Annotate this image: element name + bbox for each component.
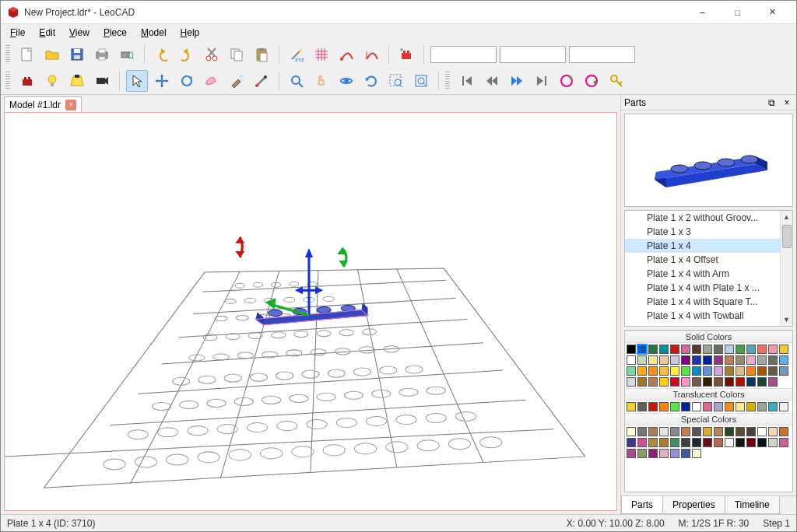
menu-help[interactable]: Help (174, 26, 206, 40)
color-swatch[interactable] (681, 402, 690, 411)
color-swatch[interactable] (746, 402, 756, 411)
color-swatch[interactable] (670, 377, 679, 387)
redo-button[interactable] (176, 44, 198, 65)
color-swatch[interactable] (746, 427, 756, 436)
color-swatch[interactable] (637, 402, 647, 411)
color-swatch[interactable] (703, 366, 712, 376)
color-swatch[interactable] (627, 345, 636, 354)
color-swatch[interactable] (746, 355, 756, 365)
color-swatch[interactable] (757, 345, 767, 354)
toolbar-input-y[interactable] (500, 46, 566, 63)
rotate-tool-button[interactable] (176, 70, 198, 92)
part-list-item[interactable]: Plate 1 x 4 (625, 239, 780, 253)
color-swatch[interactable] (659, 345, 669, 354)
color-swatch[interactable] (768, 438, 778, 447)
color-swatch[interactable] (659, 377, 669, 387)
move-tool-button[interactable] (151, 70, 173, 92)
remove-step-button[interactable] (581, 70, 602, 92)
color-swatch[interactable] (681, 345, 690, 354)
color-swatch[interactable] (670, 449, 679, 458)
toolbar-handle[interactable] (5, 45, 10, 64)
menu-edit[interactable]: Edit (33, 26, 61, 40)
color-swatch[interactable] (670, 402, 679, 411)
color-swatch[interactable] (637, 427, 647, 436)
color-swatch[interactable] (627, 427, 636, 436)
window-close-button[interactable]: ✕ (755, 1, 790, 23)
scroll-down-icon[interactable]: ▼ (781, 313, 792, 326)
color-swatch[interactable] (627, 366, 636, 376)
color-swatch[interactable] (779, 402, 788, 411)
color-swatch[interactable] (648, 377, 658, 387)
panel-float-icon[interactable]: ⧉ (765, 97, 778, 108)
color-swatch[interactable] (757, 377, 767, 387)
color-swatch[interactable] (692, 427, 701, 436)
3d-viewport[interactable] (4, 112, 617, 511)
color-swatch[interactable] (703, 355, 712, 365)
color-swatch[interactable] (725, 355, 734, 365)
menu-model[interactable]: Model (135, 26, 173, 40)
copy-button[interactable] (226, 44, 248, 65)
window-minimize-button[interactable]: ‒ (685, 1, 720, 23)
color-swatch[interactable] (703, 377, 712, 387)
color-swatch[interactable] (779, 366, 788, 376)
color-swatch[interactable] (746, 377, 756, 387)
color-swatch[interactable] (692, 438, 701, 447)
color-swatch[interactable] (648, 438, 658, 447)
color-swatch[interactable] (714, 377, 723, 387)
menu-view[interactable]: View (63, 26, 96, 40)
color-swatch[interactable] (757, 355, 767, 365)
color-swatch[interactable] (703, 402, 712, 411)
color-swatch[interactable] (725, 345, 734, 354)
part-list-item[interactable]: Plate 1 x 4 with Arm (625, 267, 780, 281)
color-swatch[interactable] (637, 355, 647, 365)
toolbar-handle[interactable] (5, 72, 10, 90)
color-swatch[interactable] (681, 377, 690, 387)
color-swatch[interactable] (725, 427, 734, 436)
color-swatch[interactable] (779, 427, 788, 436)
color-swatch[interactable] (746, 438, 756, 447)
zoom-extents-button[interactable] (410, 70, 432, 92)
color-swatch[interactable] (659, 438, 669, 447)
key-button[interactable] (606, 70, 627, 92)
color-swatch[interactable] (627, 402, 636, 411)
color-swatch[interactable] (736, 427, 745, 436)
next-step-button[interactable] (506, 70, 528, 92)
menu-file[interactable]: File (4, 26, 31, 40)
color-swatch[interactable] (637, 449, 647, 458)
last-step-button[interactable] (531, 70, 553, 92)
delete-tool-button[interactable] (201, 70, 223, 92)
color-swatch[interactable] (736, 345, 745, 354)
color-swatch[interactable] (637, 345, 647, 354)
insert-step-button[interactable] (556, 70, 578, 92)
toolbar-handle[interactable] (445, 72, 450, 90)
prev-step-button[interactable] (481, 70, 503, 92)
part-list-item[interactable]: Plate 1 x 4 with Towball S... (625, 323, 780, 326)
transform-gizmo[interactable] (235, 237, 348, 316)
color-swatch[interactable] (637, 377, 647, 387)
snap-grid-button[interactable] (311, 44, 332, 65)
parts-scrollbar[interactable]: ▲ ▼ (780, 211, 792, 326)
snap-angle-button[interactable] (360, 44, 382, 65)
part-list-item[interactable]: Plate 1 x 3 (625, 225, 780, 239)
new-button[interactable] (16, 44, 38, 65)
toolbar-input-x[interactable] (430, 46, 497, 63)
color-swatch[interactable] (714, 438, 723, 447)
light-button[interactable] (41, 70, 63, 92)
snap-move-button[interactable] (335, 44, 357, 65)
color-swatch[interactable] (725, 402, 734, 411)
color-swatch[interactable] (681, 449, 690, 458)
color-swatch[interactable] (746, 345, 756, 354)
color-swatch[interactable] (736, 402, 745, 411)
color-swatch[interactable] (648, 345, 658, 354)
panel-tab-parts[interactable]: Parts (621, 496, 663, 514)
color-swatch[interactable] (670, 438, 679, 447)
panel-tab-properties[interactable]: Properties (662, 496, 725, 514)
color-swatch[interactable] (648, 427, 658, 436)
color-swatch[interactable] (648, 355, 658, 365)
color-swatch[interactable] (768, 377, 778, 387)
model-tab-close-icon[interactable]: × (65, 100, 76, 110)
color-swatch[interactable] (627, 449, 636, 458)
color-swatch[interactable] (692, 355, 701, 365)
transform-wand-button[interactable]: XYZ (286, 44, 307, 65)
color-swatch[interactable] (659, 427, 669, 436)
